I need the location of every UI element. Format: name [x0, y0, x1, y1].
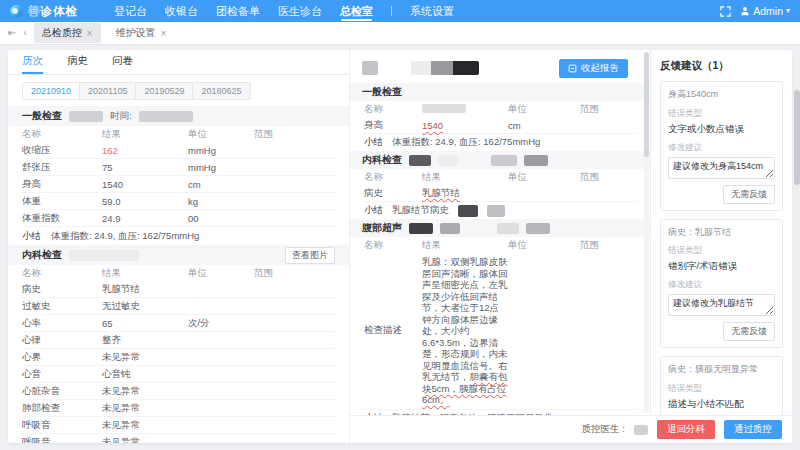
item-name: 心律 — [22, 334, 102, 347]
tab-maintenance[interactable]: 维护设置 × — [108, 23, 175, 43]
close-icon[interactable]: × — [87, 28, 93, 39]
user-menu[interactable]: Admin ▾ — [740, 5, 790, 17]
col-name: 名称 — [364, 171, 422, 184]
table-row-description: 检查描述 乳腺：双侧乳腺皮肤层回声清晰，腺体回声呈细密光点，左乳探及少许低回声结… — [364, 253, 636, 410]
fullscreen-icon[interactable] — [720, 6, 731, 17]
redacted-block — [440, 223, 460, 234]
col-name: 名称 — [22, 128, 102, 141]
tab-questionnaire[interactable]: 问卷 — [112, 50, 133, 74]
scrollbar-thumb[interactable] — [644, 52, 649, 157]
redacted-block — [409, 223, 433, 234]
date-chip[interactable]: 20210910 — [22, 82, 80, 100]
view-image-button[interactable]: 查看图片 — [285, 247, 335, 264]
dismiss-feedback-button[interactable]: 无需反馈 — [723, 322, 775, 341]
item-name: 心界 — [22, 351, 102, 364]
time-label: 时间: — [110, 110, 132, 123]
tab-medical-history[interactable]: 病史 — [67, 50, 88, 74]
table-row: 心律 整齐 — [22, 332, 335, 349]
menu-item-system-settings[interactable]: 系统设置 — [410, 0, 454, 22]
suggestion-input[interactable]: 建议修改为乳腺结节 — [668, 294, 775, 316]
col-range: 范围 — [254, 128, 335, 141]
collapse-left-icon[interactable]: ⇤ — [8, 28, 16, 38]
navbar-right: Admin ▾ — [720, 5, 790, 17]
section-title: 内科检查 — [22, 248, 62, 262]
item-result: 162 — [102, 145, 188, 156]
redacted-block — [491, 155, 517, 166]
redacted-block — [431, 61, 453, 75]
item-result: 未见异常 — [102, 351, 188, 364]
scrollbar-thumb[interactable] — [794, 90, 800, 185]
col-range: 范围 — [580, 171, 636, 184]
brand: 善诊体检 — [10, 4, 78, 19]
item-result: 乳腺节结 — [102, 283, 188, 296]
dismiss-feedback-button[interactable]: 无需反馈 — [723, 185, 775, 204]
content-row: 收起报告 一般检查 名称 单位 范围 身高 1540 — [350, 50, 792, 415]
internal-summary: 小结 乳腺结节病史 — [362, 202, 638, 219]
col-unit: 单位 — [188, 267, 254, 280]
pass-qc-button[interactable]: 通过质控 — [724, 420, 782, 439]
suggestion-input[interactable]: 建议修改为身高154cm — [668, 157, 775, 179]
menu-item-group-exam[interactable]: 团检备单 — [216, 0, 260, 22]
tab-bar: ⇤ ‹ 总检质控 × 维护设置 × — [0, 22, 800, 45]
item-name: 呼吸音 — [22, 419, 102, 432]
menu-item-doctor-station[interactable]: 医生诊台 — [278, 0, 322, 22]
page-scrollbar[interactable] — [794, 90, 800, 450]
close-icon[interactable]: × — [161, 28, 167, 39]
flagged-summary: 胰腺无明显异常 — [487, 412, 554, 416]
brand-title: 善诊体检 — [28, 4, 78, 19]
redacted-patient-info — [69, 111, 103, 122]
feedback-card: 身高1540cm 错误类型 文字或小数点错误 修改建议 建议修改为身高154cm… — [660, 81, 783, 211]
section-internal-exam: 内科检查 查看图片 — [8, 245, 349, 265]
table-header: 名称 单位 范围 — [364, 101, 636, 117]
summary-text: 体重指数: 24.9, 血压: 162/75mmHg — [392, 136, 540, 149]
report-ultrasound-table: 名称 结果 单位 范围 检查描述 乳腺：双侧乳腺皮肤层回声清晰，腺体回声呈细密光… — [362, 237, 638, 410]
user-icon — [740, 6, 750, 16]
table-row: 病史 乳腺节结 — [22, 281, 335, 298]
item-unit: cm — [508, 120, 580, 131]
col-unit: 单位 — [508, 103, 580, 116]
menu-item-registration[interactable]: 登记台 — [114, 0, 147, 22]
date-chip[interactable]: 20190529 — [135, 82, 193, 100]
date-chip[interactable]: 20201105 — [79, 82, 136, 100]
col-result-redacted — [422, 104, 508, 115]
item-name: 检查描述 — [364, 324, 422, 337]
item-name: 心率 — [22, 317, 102, 330]
item-unit: kg — [188, 196, 254, 207]
error-type-value: 描述与小结不匹配 — [668, 398, 775, 411]
col-result: 结果 — [422, 171, 508, 184]
menu-item-general-inspection[interactable]: 总检室 — [340, 0, 373, 22]
table-row: 收缩压 162 mmHg — [22, 142, 335, 159]
collapse-report-icon — [568, 64, 577, 73]
top-navbar: 善诊体检 登记台 收银台 团检备单 医生诊台 总检室 系统设置 Admin ▾ — [0, 0, 800, 22]
report-scrollbar[interactable] — [644, 52, 649, 413]
collapse-report-label: 收起报告 — [581, 62, 619, 75]
table-row: 心音 心音钝 — [22, 366, 335, 383]
content-card: 历次 病史 问卷 20210910 20201105 20190529 2018… — [8, 50, 792, 443]
item-name: 肺部检查 — [22, 402, 102, 415]
flagged-value: 1540 — [422, 120, 443, 131]
redacted-block — [458, 205, 478, 217]
summary-text: 乳腺结节病史 — [392, 204, 449, 217]
return-to-department-button[interactable]: 退回分科 — [657, 420, 715, 439]
internal-exam-table: 名称 结果 单位 范围 病史 乳腺节结 过敏史 无过敏史 心率 65 次/分 — [8, 265, 349, 443]
suggestion-label: 修改建议 — [668, 142, 775, 154]
item-name: 收缩压 — [22, 144, 102, 157]
summary-normal: 乳腺结节，胆囊包块， — [392, 412, 487, 416]
table-header: 名称 结果 单位 范围 — [22, 265, 335, 281]
app-logo-icon — [10, 5, 23, 18]
table-row: 身高 1540 cm — [364, 117, 636, 134]
feedback-item: 病史：乳腺节结 — [668, 227, 775, 239]
item-name: 心脏杂音 — [22, 385, 102, 398]
error-type-value: 文字或小数点错误 — [668, 123, 775, 136]
date-chip[interactable]: 20180625 — [192, 82, 250, 100]
back-icon[interactable]: ‹ — [23, 28, 26, 38]
tab-history[interactable]: 历次 — [22, 50, 43, 74]
section-title: 腹部超声 — [362, 221, 402, 235]
item-name: 病史 — [22, 283, 102, 296]
collapse-report-button[interactable]: 收起报告 — [559, 59, 628, 78]
tab-maintenance-label: 维护设置 — [116, 26, 156, 40]
tab-qc[interactable]: 总检质控 × — [34, 23, 101, 43]
summary-label: 小结 — [22, 230, 41, 243]
item-unit: cm — [188, 179, 254, 190]
menu-item-cashier[interactable]: 收银台 — [165, 0, 198, 22]
